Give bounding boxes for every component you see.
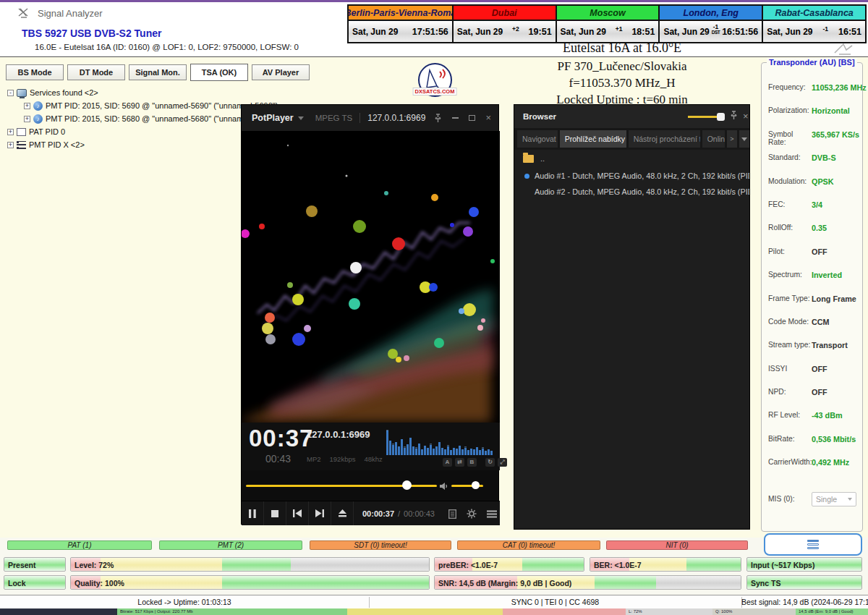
disk-icon (807, 540, 819, 549)
arrow-right-icon[interactable]: > (727, 130, 737, 148)
clock-date: Sat, Jun 29 (352, 27, 398, 37)
expand-icon[interactable]: + (24, 103, 30, 109)
slider-knob[interactable] (717, 113, 725, 121)
tv-icon (17, 89, 27, 97)
pill-pat: PAT (1) (7, 540, 152, 550)
tab-signal-mon[interactable]: Signal Mon. (129, 64, 187, 80)
clock-time: 17:51:56 (412, 27, 448, 37)
statusbar-sync: SYNC 0 | TEI 0 | CC 4698 (369, 598, 741, 606)
clock-time-moscow: Sat, Jun 29 +1 18:51 (556, 21, 659, 42)
expand-icon[interactable]: + (7, 142, 14, 148)
tab-av-player[interactable]: AV Player (252, 64, 310, 80)
transponder-row: Frame Type:Long Frame (768, 294, 859, 318)
previous-icon (293, 509, 302, 517)
mis-label: MIS (0): (768, 495, 812, 503)
watermark-scribble-icon (832, 41, 856, 56)
tab-bs-mode[interactable]: BS Mode (6, 64, 64, 80)
parent-directory-row[interactable]: .. (523, 154, 545, 163)
tree-item-pat[interactable]: + PAT PID 0 (6, 125, 244, 138)
potplayer-titlebar[interactable]: PotPlayer MPEG TS 127.0.0.1:6969 × (242, 105, 498, 131)
loop-icon[interactable]: ↻ (485, 458, 495, 467)
tab-subtitle-browser[interactable]: Nástroj procházení titulků (629, 130, 700, 148)
browser-tabs: Navigovat Prohlížeč nabídky Nástroj proc… (514, 128, 749, 150)
transponder-row: ISSYIOFF (768, 365, 859, 388)
transponder-row: Modulation:QPSK (768, 177, 859, 200)
stop-button[interactable] (264, 501, 286, 525)
seek-knob[interactable] (402, 480, 412, 490)
tab-online[interactable]: Online (702, 130, 725, 148)
pin-icon[interactable] (434, 114, 442, 123)
tab-menu-browser[interactable]: Prohlížeč nabídky (560, 130, 626, 148)
clock-time: 18:51 (631, 27, 655, 37)
close-icon[interactable]: × (743, 111, 749, 122)
browser-titlebar[interactable]: Browser × (514, 105, 749, 128)
clipped-snr: 14,5 dB (Em: 9,0 dB | Good) (796, 608, 868, 615)
parent-directory-label: .. (540, 154, 545, 163)
speaker-icon[interactable] (440, 482, 448, 491)
footer-time: 00:00:37 / 00:00:43 (362, 501, 435, 525)
mis-dropdown[interactable]: Single (812, 492, 856, 506)
mis-row: MIS (0): Single (768, 492, 859, 506)
clock-city-berlin: Berlin-Paris-Vienna-Roma (349, 6, 452, 21)
a-point-button[interactable]: A (443, 458, 452, 467)
maximize-icon[interactable] (469, 115, 475, 121)
volume-knob[interactable] (472, 481, 480, 489)
close-icon[interactable]: × (485, 114, 491, 122)
potplayer-app-name[interactable]: PotPlayer (252, 113, 294, 123)
tree-item-pmt-5680[interactable]: + ♪ PMT PID: 2015, SID: 5680 @ "unnamed-… (6, 112, 244, 125)
b-point-button[interactable]: B (467, 458, 477, 467)
tree-item-label: PAT PID 0 (29, 127, 65, 136)
chevron-down-icon (848, 498, 852, 501)
dxsatcs-logo-text: DXSATCS.COM (413, 88, 457, 96)
transponder-panel: Transponder (AU) [BS] Frequency:11053,23… (761, 62, 863, 532)
playing-bullet-icon (524, 174, 529, 179)
pause-button[interactable] (242, 501, 264, 525)
mode-tabs: BS Mode DT Mode Signal Mon. TSA (OK) AV … (6, 64, 310, 81)
audio-track-label: Audio #1 - Dutch, MPEG Audio, 48.0 kHz, … (535, 171, 749, 180)
clock-date: Sat, Jun 29 (561, 27, 606, 37)
input-indicator: Input (~517 Kbps) (746, 557, 862, 572)
tree-item-pmt-5690[interactable]: + ♪ PMT PID: 2015, SID: 5690 @ "unnamed-… (6, 99, 244, 112)
save-button[interactable] (764, 533, 862, 556)
expand-icon[interactable]: + (7, 129, 14, 135)
chevron-down-icon[interactable] (739, 130, 749, 148)
menu-icon[interactable] (487, 510, 497, 518)
previous-button[interactable] (286, 501, 309, 525)
fullscreen-icon[interactable]: ⤢ (498, 458, 507, 467)
minimize-icon[interactable] (452, 117, 459, 119)
tree-item-pmt-x[interactable]: + PMT PID X <2> (6, 138, 244, 151)
clock-city-rabat: Rabat-Casablanca (762, 6, 865, 21)
pin-icon[interactable] (730, 111, 738, 120)
video-visualization[interactable] (242, 131, 500, 423)
expand-icon[interactable]: + (24, 116, 30, 122)
tree-item-services[interactable]: - Services found <2> (6, 86, 244, 99)
chevron-down-icon[interactable] (298, 116, 304, 120)
codec-samplerate: 48khz (364, 455, 382, 463)
collapse-icon[interactable]: - (7, 90, 14, 96)
clock-city-london: London, Eng (658, 6, 762, 21)
tree-item-label: PMT PID X <2> (29, 140, 85, 149)
tab-dt-mode[interactable]: DT Mode (67, 64, 125, 80)
clock-date: Sat, Jun 29 (457, 27, 503, 37)
clock-date: Sat, Jun 29 (767, 27, 812, 37)
transponder-row: Standard:DVB-S (768, 153, 859, 177)
dxsatcs-logo-emblem: DXSATCS.COM (418, 63, 452, 97)
tab-tsa[interactable]: TSA (OK) (190, 64, 248, 81)
tab-navigate[interactable]: Navigovat (517, 130, 558, 148)
eject-button[interactable] (331, 501, 354, 525)
annotation-satellite: Eutelsat 16A at 16.0°E (434, 41, 810, 56)
lock-indicator: Lock (4, 575, 66, 590)
codec-info: MP2 192kbps 48khz (307, 455, 383, 463)
audio-track-label: Audio #2 - Dutch, MPEG Audio, 48.0 kHz, … (535, 187, 749, 196)
next-button[interactable] (309, 501, 331, 525)
clock-city-moscow: Moscow (556, 6, 659, 21)
audio-track-1[interactable]: Audio #1 - Dutch, MPEG Audio, 48.0 kHz, … (514, 169, 749, 183)
gear-icon[interactable] (467, 509, 477, 519)
potplayer-window: PotPlayer MPEG TS 127.0.0.1:6969 × (241, 104, 499, 525)
audio-track-2[interactable]: Audio #2 - Dutch, MPEG Audio, 48.0 kHz, … (514, 184, 749, 199)
opacity-slider[interactable] (688, 116, 721, 118)
playlist-icon[interactable] (448, 509, 456, 519)
pill-pmt: PMT (2) (159, 540, 302, 550)
swap-icon[interactable]: ⇄ (455, 458, 464, 467)
footer-total: 00:00:43 (404, 509, 435, 518)
